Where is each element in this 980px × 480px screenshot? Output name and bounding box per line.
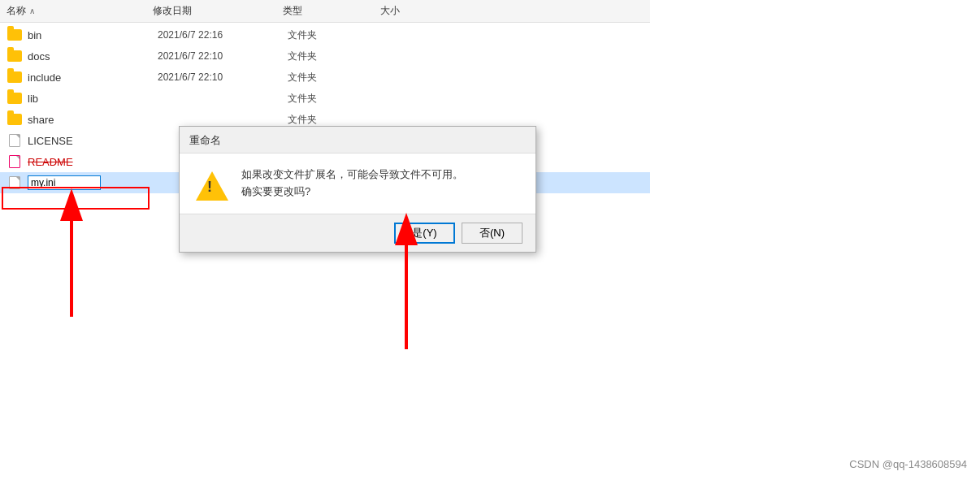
- watermark: CSDN @qq-1438608594: [849, 458, 967, 470]
- file-icon: [7, 133, 23, 148]
- folder-icon: [7, 49, 23, 63]
- folder-icon: [7, 28, 23, 42]
- file-item-name: share: [28, 114, 158, 126]
- list-item[interactable]: docs2021/6/7 22:10文件夹: [0, 45, 650, 67]
- no-button[interactable]: 否(N): [462, 223, 523, 244]
- col-header-type[interactable]: 类型: [283, 4, 380, 18]
- rename-input[interactable]: [28, 175, 101, 190]
- file-item-name: LICENSE: [28, 135, 158, 147]
- list-item[interactable]: bin2021/6/7 22:16文件夹: [0, 24, 650, 45]
- file-item-type: 文件夹: [288, 50, 385, 63]
- file-item-name: [28, 175, 158, 190]
- file-item-type: 文件夹: [288, 113, 385, 127]
- file-item-type: 文件夹: [288, 71, 385, 84]
- col-header-date[interactable]: 修改日期: [153, 4, 283, 18]
- list-item[interactable]: include2021/6/7 22:10文件夹: [0, 67, 650, 88]
- yes-button[interactable]: 是(Y): [394, 223, 455, 244]
- file-item-type: 文件夹: [288, 28, 385, 42]
- file-item-name: bin: [28, 29, 158, 41]
- folder-icon: [7, 70, 23, 84]
- col-header-size[interactable]: 大小: [380, 4, 462, 18]
- rename-dialog: 重命名 如果改变文件扩展名，可能会导致文件不可用。 确实要更改吗? 是(Y) 否…: [179, 126, 536, 253]
- dialog-buttons: 是(Y) 否(N): [180, 214, 536, 252]
- col-header-name[interactable]: 名称 ∧: [7, 4, 153, 18]
- file-icon: [7, 154, 23, 169]
- dialog-titlebar: 重命名: [180, 127, 536, 153]
- folder-icon: [7, 112, 23, 127]
- file-item-date: 2021/6/7 22:10: [158, 71, 288, 83]
- dialog-text: 如果改变文件扩展名，可能会导致文件不可用。 确实要更改吗?: [241, 166, 519, 201]
- dialog-content: 如果改变文件扩展名，可能会导致文件不可用。 确实要更改吗?: [180, 153, 536, 214]
- file-item-name: docs: [28, 50, 158, 63]
- file-item-name: lib: [28, 93, 158, 105]
- warning-icon: [196, 168, 228, 201]
- file-item-name: include: [28, 71, 158, 84]
- file-item-name: README: [28, 156, 158, 168]
- sort-arrow-icon: ∧: [29, 6, 35, 15]
- column-headers: 名称 ∧ 修改日期 类型 大小: [0, 0, 650, 23]
- file-item-type: 文件夹: [288, 92, 385, 106]
- file-item-date: 2021/6/7 22:10: [158, 50, 288, 62]
- list-item[interactable]: lib文件夹: [0, 88, 650, 109]
- file-item-date: 2021/6/7 22:16: [158, 29, 288, 41]
- folder-icon: [7, 91, 23, 106]
- file-icon: [7, 175, 23, 190]
